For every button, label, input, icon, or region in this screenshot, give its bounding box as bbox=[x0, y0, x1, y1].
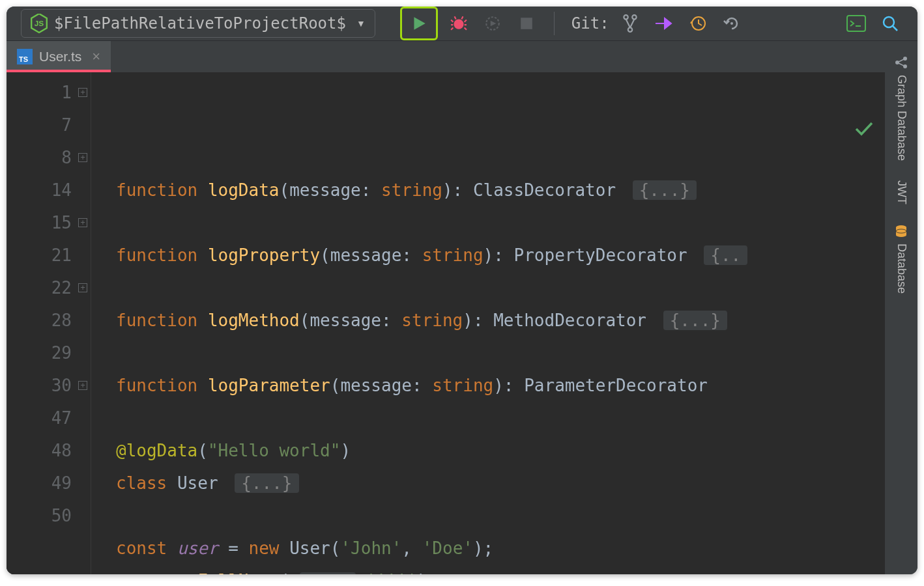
line-number: 15+ bbox=[7, 206, 72, 239]
token: : bbox=[381, 311, 401, 330]
code-line[interactable]: @logData("Hello world") bbox=[116, 434, 885, 467]
svg-rect-3 bbox=[521, 18, 532, 29]
debug-button[interactable] bbox=[446, 10, 472, 36]
inlay-hint: text: bbox=[300, 572, 356, 574]
token: ); bbox=[473, 538, 493, 558]
share-icon bbox=[894, 55, 908, 70]
coverage-button[interactable] bbox=[480, 10, 506, 36]
line-number: 7 bbox=[7, 109, 72, 141]
line-number: 22+ bbox=[7, 272, 72, 304]
close-icon[interactable]: × bbox=[92, 48, 100, 65]
code-line[interactable]: const user = new User('John', 'Doe'); bbox=[116, 532, 885, 565]
code-line[interactable] bbox=[116, 337, 885, 369]
token: message bbox=[330, 245, 402, 265]
token: ( bbox=[197, 441, 208, 460]
token: PropertyDecorator bbox=[514, 245, 698, 265]
token: ( bbox=[320, 245, 330, 265]
token: ) bbox=[484, 245, 494, 265]
fold-icon[interactable]: + bbox=[78, 283, 87, 292]
toolbar-divider bbox=[554, 12, 555, 35]
code-line[interactable] bbox=[116, 402, 885, 434]
svg-point-4 bbox=[624, 15, 628, 19]
terminal-button[interactable] bbox=[843, 10, 869, 36]
token: user bbox=[116, 571, 157, 574]
token: logMethod bbox=[208, 311, 300, 330]
svg-point-1 bbox=[454, 20, 463, 29]
line-number: 14 bbox=[7, 174, 72, 206]
run-button[interactable] bbox=[400, 7, 438, 40]
code-line[interactable]: function logMethod(message: string): Met… bbox=[116, 304, 885, 337]
code-line[interactable]: class User {...} bbox=[116, 467, 885, 499]
token: ) bbox=[340, 441, 351, 460]
token: getFullName bbox=[167, 571, 279, 574]
ide-window: JS $FilePathRelativeToProjectRoot$ ▼ Git… bbox=[7, 7, 917, 574]
token: class bbox=[116, 473, 167, 493]
sidebar-item-jwt[interactable]: JWT bbox=[895, 171, 908, 214]
git-rollback-button[interactable] bbox=[719, 10, 745, 36]
folded-region: {...} bbox=[663, 311, 727, 330]
stop-button[interactable] bbox=[513, 10, 540, 36]
fold-icon[interactable]: + bbox=[78, 88, 87, 97]
token: ( bbox=[279, 180, 289, 200]
line-number: 47 bbox=[7, 402, 72, 434]
line-number: 8+ bbox=[7, 141, 72, 174]
sidebar-item-database[interactable]: Database bbox=[894, 215, 908, 303]
token: ( bbox=[330, 538, 341, 558]
svg-rect-9 bbox=[847, 16, 865, 31]
editor-tabs: TS User.ts × bbox=[7, 41, 885, 72]
token: : bbox=[504, 376, 524, 395]
sidebar-item-label: Graph Database bbox=[895, 75, 908, 161]
code-line[interactable]: function logProperty(message: string): P… bbox=[116, 239, 885, 272]
code-line[interactable]: function logParameter(message: string): … bbox=[116, 369, 885, 402]
token: : bbox=[493, 245, 513, 265]
git-branch-button[interactable] bbox=[617, 10, 643, 36]
typescript-icon: TS bbox=[17, 49, 33, 64]
sidebar-item-label: JWT bbox=[895, 180, 908, 204]
token: string bbox=[422, 245, 484, 265]
code-line[interactable] bbox=[116, 272, 885, 304]
svg-point-11 bbox=[895, 61, 899, 64]
code-line[interactable] bbox=[116, 206, 885, 239]
code-editor[interactable]: 1+78+1415+2122+282930+47484950 function … bbox=[7, 72, 885, 574]
fold-icon[interactable]: + bbox=[78, 218, 87, 227]
git-label: Git: bbox=[571, 14, 609, 33]
token: ClassDecorator bbox=[473, 180, 626, 200]
git-push-button[interactable] bbox=[651, 10, 677, 36]
token: string bbox=[432, 376, 493, 395]
token: User bbox=[177, 473, 228, 493]
run-config-dropdown[interactable]: JS $FilePathRelativeToProjectRoot$ ▼ bbox=[21, 9, 375, 38]
git-history-button[interactable] bbox=[685, 10, 711, 36]
token: MethodDecorator bbox=[493, 311, 656, 330]
main-area: TS User.ts × 1+78+1415+2122+282930+47484… bbox=[7, 41, 917, 574]
chevron-down-icon: ▼ bbox=[356, 18, 366, 29]
svg-point-5 bbox=[632, 15, 636, 19]
token: user bbox=[177, 538, 218, 558]
line-gutter: 1+78+1415+2122+282930+47484950 bbox=[7, 72, 91, 574]
line-number: 28 bbox=[7, 304, 72, 337]
code-content[interactable]: function logData(message: string): Class… bbox=[91, 72, 885, 574]
token: function bbox=[116, 311, 197, 330]
code-line[interactable] bbox=[116, 499, 885, 532]
token: , bbox=[401, 538, 422, 558]
token: ( bbox=[300, 311, 310, 330]
fold-icon[interactable]: + bbox=[78, 153, 87, 162]
token: ) bbox=[442, 180, 453, 200]
inspection-ok-icon[interactable] bbox=[732, 81, 873, 179]
token: ) bbox=[417, 571, 427, 574]
token: const bbox=[116, 538, 167, 558]
token: function bbox=[116, 245, 197, 265]
token: ) bbox=[463, 311, 473, 330]
run-config-label: $FilePathRelativeToProjectRoot$ bbox=[54, 14, 346, 33]
code-line[interactable]: user.getFullName( text: '!!!') bbox=[116, 565, 885, 574]
token: message bbox=[340, 376, 412, 395]
search-button[interactable] bbox=[877, 10, 903, 36]
tab-user-ts[interactable]: TS User.ts × bbox=[7, 41, 111, 72]
sidebar-item-label: Database bbox=[895, 244, 908, 294]
svg-point-6 bbox=[628, 27, 631, 31]
nodejs-icon: JS bbox=[31, 14, 48, 33]
folded-region: {.. bbox=[704, 245, 747, 265]
fold-icon[interactable]: + bbox=[78, 381, 87, 390]
token: ( bbox=[279, 571, 299, 574]
svg-point-12 bbox=[903, 57, 907, 61]
sidebar-item-graph-database[interactable]: Graph Database bbox=[894, 46, 908, 170]
